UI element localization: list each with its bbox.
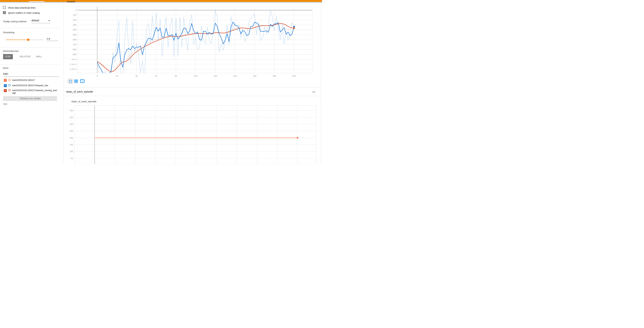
svg-text:-1.2e+3: -1.2e+3 xyxy=(69,68,76,70)
svg-text:180: 180 xyxy=(273,75,276,77)
settings-sidebar: Show data download links ✓ Ignore outlie… xyxy=(0,2,64,164)
rewards-chart[interactable]: 0-100-200-300-400-500-600-700-800-900-1e… xyxy=(64,2,318,86)
svg-text:140: 140 xyxy=(233,75,236,77)
page-scrollbar[interactable] xyxy=(321,2,322,164)
svg-text:-1e+3: -1e+3 xyxy=(71,58,76,60)
svg-text:300: 300 xyxy=(70,123,73,125)
svg-text:-900: -900 xyxy=(72,53,76,55)
runs-label: Runs xyxy=(3,67,8,69)
svg-text:0: 0 xyxy=(96,75,98,77)
steps-section-title: steps_of_each_episode xyxy=(66,90,93,93)
run-color-radio[interactable] xyxy=(8,79,10,81)
run-label: train/20201015-192417/rewards_moving_ave… xyxy=(12,89,58,94)
svg-text:250: 250 xyxy=(70,130,73,132)
show-download-links-label: Show data download links xyxy=(8,6,36,9)
collapse-section-button[interactable] xyxy=(312,90,316,93)
active-tab-indicator xyxy=(29,1,44,2)
svg-text:20: 20 xyxy=(116,75,118,77)
haxis-step-button[interactable]: STEP xyxy=(3,54,13,59)
smoothing-value-input[interactable]: 0.6 xyxy=(47,37,58,41)
run-checkbox[interactable]: ✓ xyxy=(4,89,7,92)
svg-text:-500: -500 xyxy=(72,34,76,36)
run-row[interactable]: ✓train/20201015-192417/rewards_moving_av… xyxy=(4,89,58,94)
log-scale-button[interactable] xyxy=(74,80,78,83)
lines-icon xyxy=(74,80,78,83)
header-shadow xyxy=(0,2,322,3)
fullscreen-icon xyxy=(69,80,72,83)
fullscreen-button[interactable] xyxy=(67,78,74,84)
svg-text:0: 0 xyxy=(75,9,76,11)
svg-text:-200: -200 xyxy=(72,19,76,21)
run-checkbox[interactable]: ✓ xyxy=(4,79,7,82)
svg-text:50: 50 xyxy=(71,157,73,160)
svg-text:400: 400 xyxy=(70,109,73,112)
svg-text:-400: -400 xyxy=(72,29,76,31)
runs-filter-input[interactable]: train xyxy=(3,72,8,75)
fit-domain-button[interactable] xyxy=(80,79,84,83)
tooltip-sorting-select[interactable]: default xyxy=(32,19,50,23)
smoothing-label: Smoothing xyxy=(3,31,14,34)
svg-text:350: 350 xyxy=(70,116,73,119)
svg-text:100: 100 xyxy=(70,150,73,153)
svg-text:-600: -600 xyxy=(72,38,76,41)
svg-text:-800: -800 xyxy=(72,48,76,51)
svg-text:-300: -300 xyxy=(72,24,76,26)
divider xyxy=(0,28,61,28)
chevron-up-icon xyxy=(313,91,315,92)
toggle-all-runs-button[interactable]: TOGGLE ALL RUNS xyxy=(3,96,57,101)
run-color-radio[interactable] xyxy=(8,84,10,86)
show-download-links-checkbox[interactable] xyxy=(3,6,6,9)
app-header-bar xyxy=(0,0,322,2)
svg-text:150: 150 xyxy=(70,144,73,146)
haxis-wall-button[interactable]: WALL xyxy=(34,54,44,59)
tooltip-sorting-value: default xyxy=(32,19,39,22)
ignore-outliers-label: Ignore outliers in chart scaling xyxy=(8,11,40,14)
haxis-relative-button[interactable]: RELATIVE xyxy=(18,54,32,59)
svg-text:60: 60 xyxy=(155,75,158,77)
fit-to-data-icon xyxy=(80,80,84,83)
divider xyxy=(0,47,61,47)
chevron-down-icon xyxy=(48,20,50,21)
run-checkbox[interactable]: ✓ xyxy=(4,84,7,87)
smoothing-slider-knob[interactable] xyxy=(27,38,30,41)
run-row[interactable]: ✓train/20201015-192417/rewards_raw xyxy=(4,84,58,87)
steps-chart[interactable]: 40035030025020015010050 xyxy=(64,97,321,164)
svg-text:-700: -700 xyxy=(72,43,76,46)
svg-text:200: 200 xyxy=(70,137,73,139)
logdir-label: logs xyxy=(3,103,7,105)
ignore-outliers-checkbox[interactable]: ✓ xyxy=(3,11,6,14)
svg-text:160: 160 xyxy=(253,75,256,77)
svg-text:80: 80 xyxy=(175,75,177,77)
svg-text:120: 120 xyxy=(214,75,217,77)
tooltip-sorting-label: Tooltip sorting method: xyxy=(3,20,27,23)
run-color-radio[interactable] xyxy=(8,89,10,91)
run-label: train/20201015-192417/rewards_raw xyxy=(12,84,58,87)
horizontal-axis-label: Horizontal Axis xyxy=(3,50,19,52)
svg-text:40: 40 xyxy=(135,75,138,77)
svg-text:-100: -100 xyxy=(72,14,76,16)
run-row[interactable]: ✓train/20201015-192417 xyxy=(4,79,58,82)
smoothing-slider-fill xyxy=(6,40,28,40)
rewards-chart-title: rewards xyxy=(67,0,75,3)
svg-text:100: 100 xyxy=(194,75,197,77)
svg-text:200: 200 xyxy=(292,75,296,77)
svg-text:-1.1e+3: -1.1e+3 xyxy=(69,63,76,65)
run-label: train/20201015-192417 xyxy=(12,79,58,81)
steps-section-header[interactable]: steps_of_each_episode xyxy=(64,88,321,96)
